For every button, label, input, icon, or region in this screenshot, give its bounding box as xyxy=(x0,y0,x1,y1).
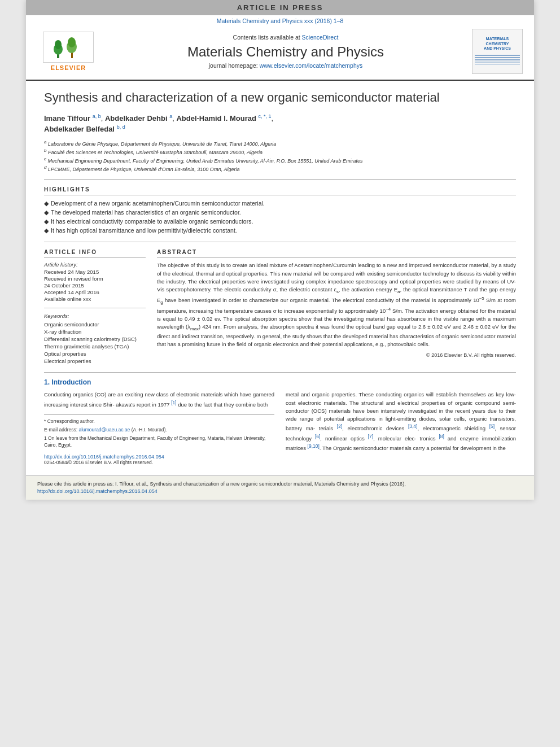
issn-line: 0254-0584/© 2016 Elsevier B.V. All right… xyxy=(44,460,274,465)
authors-line: Imane Tiffour a, b, Abdelkader Dehbi a, … xyxy=(44,113,516,136)
available-online: Available online xxx xyxy=(44,296,146,302)
article-info-section: ARTICLE INFO Article history: Received 2… xyxy=(44,249,146,365)
article-abstract-section: ARTICLE INFO Article history: Received 2… xyxy=(44,249,516,365)
kw-5: Optical properties xyxy=(44,351,146,357)
highlight-3: ◆ It has electrical conductivity compara… xyxy=(44,218,516,225)
journal-homepage-link[interactable]: www.elsevier.com/locate/matchemphys xyxy=(260,62,363,69)
highlight-4: ◆ It has high optical transmittance and … xyxy=(44,227,516,234)
journal-center: Contents lists available at ScienceDirec… xyxy=(99,34,472,69)
keywords-label: Keywords: xyxy=(44,313,146,319)
intro-two-col: Conducting organics (CO) are an exciting… xyxy=(44,391,516,465)
main-content: Synthesis and characterization of a new … xyxy=(26,81,534,471)
sciencedirect-link[interactable]: ScienceDirect xyxy=(302,34,339,41)
copyright-text: © 2016 Elsevier B.V. All rights reserved… xyxy=(157,352,516,358)
received-revised-label: Received in revised form xyxy=(44,276,146,282)
abstract-text: The objective of this study is to create… xyxy=(157,261,516,348)
intro-text-left: Conducting organics (CO) are an exciting… xyxy=(44,391,274,409)
kw-6: Electrical properties xyxy=(44,358,146,364)
sciencedirect-line: Contents lists available at ScienceDirec… xyxy=(99,34,472,41)
article-history-label: Article history: xyxy=(44,261,146,268)
author-dehbi: Abdelkader Dehbi xyxy=(105,114,168,123)
intro-col-left: Conducting organics (CO) are an exciting… xyxy=(44,391,274,465)
intro-text-right: metal and organic properties. These cond… xyxy=(286,391,516,452)
citation-bar: Please cite this article in press as: I.… xyxy=(26,475,534,499)
elsevier-label: ELSEVIER xyxy=(51,64,86,71)
footnote-corresponding: * Corresponding author. xyxy=(44,418,274,425)
body-section: 1. Introduction Conducting organics (CO)… xyxy=(44,372,516,465)
intro-title: 1. Introduction xyxy=(44,378,516,386)
highlights-section: HIGHLIGHTS ◆ Development of a new organi… xyxy=(44,186,516,242)
accepted-date: Accepted 14 April 2016 xyxy=(44,289,146,295)
footnote-1: 1 On leave from the Mechanical Design De… xyxy=(44,435,274,449)
kw-4: Thermo gravimetric analyses (TGA) xyxy=(44,343,146,350)
article-info-label: ARTICLE INFO xyxy=(44,249,146,258)
kw-1: Organic semiconductor xyxy=(44,321,146,327)
journal-ref: Materials Chemistry and Physics xxx (201… xyxy=(37,18,523,24)
highlight-2: ◆ The developed material has characteris… xyxy=(44,209,516,216)
journal-side-logo: MATERIALSCHEMISTRYAND PHYSICS xyxy=(472,29,523,74)
journal-logo-area: ELSEVIER Contents lists available at Sci… xyxy=(37,25,523,76)
citation-doi-link[interactable]: http://dx.doi.org/10.1016/j.matchemphys.… xyxy=(37,488,158,494)
author-belfedal: Abdelkader Belfedal xyxy=(44,125,115,134)
footnote-email-link[interactable]: alumourad@uaeu.ac.ae xyxy=(78,427,130,433)
side-logo-lines xyxy=(475,54,520,66)
elsevier-logo: ELSEVIER xyxy=(37,32,99,71)
doi-area: http://dx.doi.org/10.1016/j.matchemphys.… xyxy=(44,452,274,465)
svg-point-5 xyxy=(68,37,76,47)
citation-text: Please cite this article in press as: I.… xyxy=(37,480,523,495)
affiliation-d: d LPCMME, Département de Physique, Unive… xyxy=(44,165,516,172)
journal-header: Materials Chemistry and Physics xxx (201… xyxy=(26,15,534,81)
affiliation-c: c Mechanical Engineering Department, Fac… xyxy=(44,156,516,164)
affiliation-a: a Laboratoire de Génie Physique, Départe… xyxy=(44,139,516,147)
side-logo-title: MATERIALSCHEMISTRYAND PHYSICS xyxy=(484,37,511,51)
footnote-email: E-mail address: alumourad@uaeu.ac.ae (A.… xyxy=(44,427,274,434)
article-history: Article history: Received 24 May 2015 Re… xyxy=(44,261,146,302)
affiliation-b: b Faculté des Sciences et Technologies, … xyxy=(44,148,516,155)
received-date: Received 24 May 2015 xyxy=(44,269,146,275)
kw-2: X-ray diffraction xyxy=(44,329,146,335)
keywords-section: Keywords: Organic semiconductor X-ray di… xyxy=(44,313,146,364)
journal-title: Materials Chemistry and Physics xyxy=(99,44,472,60)
revised-date: 24 October 2015 xyxy=(44,282,146,289)
kw-3: Differential scanning calorimetry (DSC) xyxy=(44,336,146,342)
affiliations: a Laboratoire de Génie Physique, Départe… xyxy=(44,139,516,180)
highlights-label: HIGHLIGHTS xyxy=(44,186,516,195)
journal-homepage: journal homepage: www.elsevier.com/locat… xyxy=(99,62,472,69)
abstract-section: ABSTRACT The objective of this study is … xyxy=(157,249,516,365)
footnotes-area: * Corresponding author. E-mail address: … xyxy=(44,414,274,449)
paper-title: Synthesis and characterization of a new … xyxy=(44,90,516,106)
elsevier-tree-icon xyxy=(51,34,85,60)
aip-banner: ARTICLE IN PRESS xyxy=(26,0,534,15)
highlight-1: ◆ Development of a new organic acetamino… xyxy=(44,200,516,207)
elsevier-logo-img xyxy=(43,32,94,63)
author-mourad: Abdel-Hamid I. Mourad xyxy=(176,114,256,123)
author-tiffour: Imane Tiffour xyxy=(44,114,90,123)
svg-point-2 xyxy=(55,40,62,49)
doi-link[interactable]: http://dx.doi.org/10.1016/j.matchemphys.… xyxy=(44,454,274,460)
abstract-label: ABSTRACT xyxy=(157,249,516,258)
intro-col-right: metal and organic properties. These cond… xyxy=(286,391,516,465)
